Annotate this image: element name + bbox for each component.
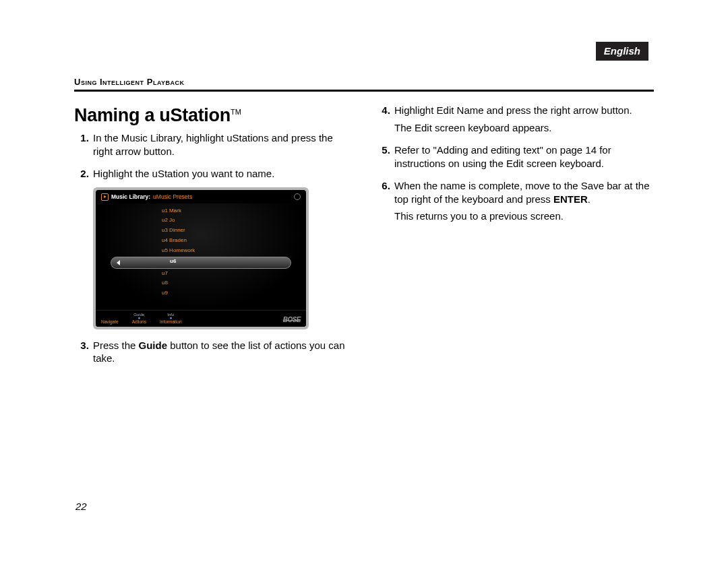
tv-screen: Music Library: uMusic Presets u1 Mark u2… bbox=[96, 190, 306, 327]
footer-information-label: Information bbox=[160, 319, 182, 324]
breadcrumb-library: Music Library: bbox=[111, 193, 150, 201]
list-item: u5 Homework bbox=[162, 246, 299, 256]
arrow-left-icon bbox=[117, 260, 120, 265]
steps-list-left: In the Music Library, highlight uStation… bbox=[74, 131, 353, 365]
step-5: Refer to "Adding and editing text" on pa… bbox=[393, 144, 654, 170]
breadcrumb-sub: uMusic Presets bbox=[153, 193, 192, 201]
clock-icon bbox=[294, 193, 301, 200]
list-item: u9 bbox=[162, 288, 299, 298]
left-column: Naming a uStationTM In the Music Library… bbox=[74, 104, 353, 375]
right-column: Highlight Edit Name and press the right … bbox=[375, 104, 654, 375]
title-text: Naming a uStation bbox=[74, 105, 231, 125]
selection-row: u6 bbox=[102, 257, 299, 267]
tv-frame: Music Library: uMusic Presets u1 Mark u2… bbox=[93, 187, 309, 329]
footer-information: Info ● Information bbox=[160, 313, 182, 324]
step-4-text: Highlight Edit Name and press the right … bbox=[394, 104, 632, 116]
trademark-symbol: TM bbox=[231, 108, 241, 116]
step-2: Highlight the uStation you want to name.… bbox=[92, 167, 353, 329]
list-item: u4 Braden bbox=[162, 236, 299, 246]
list-item: u1 Mark bbox=[162, 206, 299, 216]
manual-page: English Using Intelligent Playback Namin… bbox=[0, 0, 728, 574]
list-item-selected: u6 bbox=[170, 258, 176, 265]
footer-actions-label: Actions bbox=[132, 319, 146, 324]
play-icon bbox=[101, 193, 109, 201]
preset-list: u1 Mark u2 Jo u3 Dinner u4 Braden u5 Hom… bbox=[162, 206, 299, 298]
step-1-text: In the Music Library, highlight uStation… bbox=[93, 132, 333, 157]
content-columns: Naming a uStationTM In the Music Library… bbox=[74, 104, 654, 375]
step-6-post: . bbox=[588, 193, 590, 205]
step-6-bold: ENTER bbox=[553, 193, 588, 205]
footer-navigate-label: Navigate bbox=[101, 319, 119, 324]
screenshot-figure: Music Library: uMusic Presets u1 Mark u2… bbox=[93, 187, 309, 329]
list-item: u2 Jo bbox=[162, 216, 299, 226]
brand-logo: BOSE bbox=[283, 315, 301, 324]
tv-body: u1 Mark u2 Jo u3 Dinner u4 Braden u5 Hom… bbox=[96, 203, 306, 310]
page-title: Naming a uStationTM bbox=[74, 104, 353, 127]
step-4-sub: The Edit screen keyboard appears. bbox=[394, 121, 654, 135]
step-6-pre: When the name is complete, move to the S… bbox=[394, 180, 650, 205]
step-3: Press the Guide button to see the list o… bbox=[92, 339, 353, 365]
step-6: When the name is complete, move to the S… bbox=[393, 179, 654, 223]
section-header: Using Intelligent Playback bbox=[74, 77, 654, 87]
footer-actions: Guide ● Actions bbox=[132, 313, 146, 324]
list-item: u7 bbox=[162, 269, 299, 279]
selection-highlight bbox=[111, 257, 291, 269]
list-item: u3 Dinner bbox=[162, 226, 299, 236]
page-number: 22 bbox=[75, 501, 87, 512]
tv-header: Music Library: uMusic Presets bbox=[96, 190, 306, 203]
step-6-sub: This returns you to a previous screen. bbox=[394, 210, 654, 223]
list-item: u8 bbox=[162, 278, 299, 288]
step-5-text: Refer to "Adding and editing text" on pa… bbox=[394, 144, 611, 169]
section-rule bbox=[74, 90, 654, 92]
tv-footer: Navigate Guide ● Actions Info bbox=[96, 310, 306, 327]
footer-navigate: Navigate bbox=[101, 319, 119, 324]
step-3-bold: Guide bbox=[139, 340, 168, 351]
step-2-text: Highlight the uStation you want to name. bbox=[93, 168, 274, 179]
language-tab: English bbox=[596, 42, 648, 61]
step-4: Highlight Edit Name and press the right … bbox=[393, 104, 654, 134]
step-3-pre: Press the bbox=[93, 340, 139, 351]
steps-list-right: Highlight Edit Name and press the right … bbox=[375, 104, 654, 223]
step-1: In the Music Library, highlight uStation… bbox=[92, 131, 353, 158]
